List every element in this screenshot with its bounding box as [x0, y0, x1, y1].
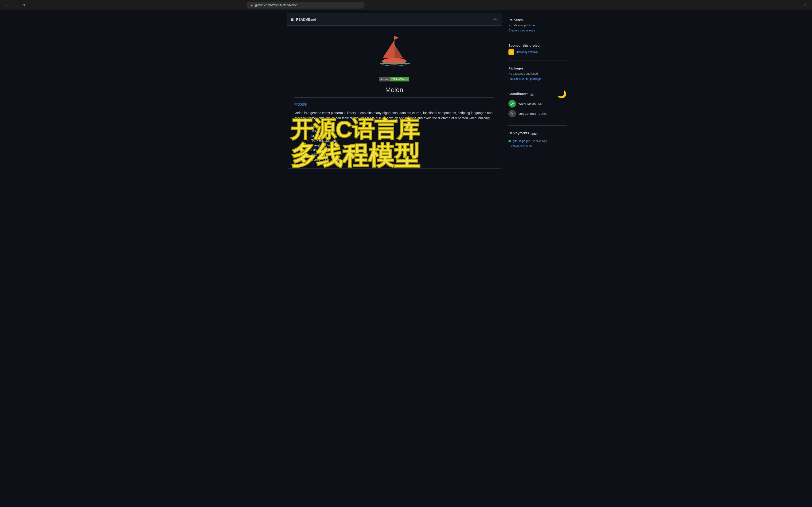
main-content: ☰ README.md ✏: [284, 10, 570, 507]
svg-marker-2: [383, 40, 394, 58]
contributor-displayname-2: VorgContract: [518, 112, 536, 115]
readme-header: ☰ README.md ✏: [287, 13, 502, 25]
contributors-title: Contributors: [508, 92, 528, 96]
sub-item-io-thread: I/O Thread: [307, 134, 494, 138]
readme-header-left: ☰ README.md: [291, 17, 316, 21]
forward-button[interactable]: →: [12, 2, 19, 8]
sub-item-scripting: Scripting Language: [307, 158, 494, 161]
mascot-emoji: 🌙: [557, 90, 567, 99]
sub-item-event: Event Mechanism: [307, 144, 494, 147]
license-badge-container: license BSD-3-Clause: [294, 77, 494, 81]
deployments-title: Deployments: [508, 131, 529, 135]
nav-buttons: ← → ↻: [4, 2, 27, 8]
deployment-time-1: 2 days ago: [533, 139, 547, 143]
boat-illustration: [294, 31, 494, 71]
description-paragraph: Melon is a generic cross-platform C libr…: [294, 110, 494, 121]
contributor-item-1[interactable]: W Water-Melon Nik: [508, 100, 567, 108]
sub-item-thread-pool: Thread Pool: [307, 129, 494, 133]
sub-item-memory-pool: Memory Pool: [307, 125, 494, 128]
deployments-section: Deployments 297 github-pages 2 days ago …: [508, 131, 567, 154]
browser-actions: ☆: [802, 2, 808, 8]
liberapay-icon: 💛: [509, 50, 513, 54]
left-sidebar: [242, 10, 284, 507]
packages-section: Packages No packages published Publish y…: [508, 66, 567, 87]
browser-chrome: ← → ↻ 🔒 github.com/Water-Melon/Melon ☆: [0, 0, 812, 10]
contributor-username-1: Nik: [538, 102, 543, 106]
boat-svg: [375, 31, 413, 71]
sub-item-http: HTTP Handling: [307, 153, 494, 157]
feature-item: Memory Pool Thread Pool I/O Thread TCP E…: [298, 125, 494, 161]
more-deployments-link[interactable]: + 296 deployments: [508, 145, 567, 148]
back-button[interactable]: ←: [4, 2, 10, 8]
no-packages-text: No packages published: [508, 72, 567, 75]
license-badge: license BSD-3-Clause: [379, 77, 410, 81]
bookmark-icon[interactable]: ☆: [802, 2, 808, 8]
releases-title: Releases: [508, 18, 567, 22]
svg-marker-1: [394, 36, 399, 40]
deployment-name-1[interactable]: github-pages: [513, 139, 530, 143]
top-divider: [508, 13, 567, 13]
edit-icon: ✏: [494, 17, 497, 21]
badge-license-value: BSD-3-Clause: [390, 77, 409, 81]
sub-feature-list: Memory Pool Thread Pool I/O Thread TCP E…: [307, 125, 494, 161]
deployments-header: Deployments 297: [508, 131, 567, 137]
chinese-description-link[interactable]: 中文说明: [294, 102, 494, 107]
url-text: github.com/Water-Melon/Melon: [255, 3, 297, 7]
create-release-link[interactable]: Create a new release: [508, 29, 535, 32]
releases-section: Releases No releases published Create a …: [508, 18, 567, 38]
packages-title: Packages: [508, 66, 567, 70]
readme-filename: README.md: [296, 17, 316, 21]
sponsor-title: Sponsor this project: [508, 44, 567, 47]
readme-list-icon: ☰: [291, 17, 294, 21]
edit-readme-button[interactable]: ✏: [493, 16, 498, 22]
badge-license-label: license: [379, 77, 390, 81]
svg-marker-3: [394, 44, 403, 58]
repo-title: Melon: [294, 86, 494, 98]
sponsor-section: Sponsor this project 💛 liberapay.com/Nik: [508, 44, 567, 61]
deployments-count: 297: [530, 133, 538, 135]
readme-section: ☰ README.md ✏: [284, 10, 505, 507]
publish-package-link[interactable]: Publish your first package: [508, 77, 541, 80]
sub-item-file: File Set: [307, 148, 494, 152]
contributor-displayname-1: Water-Melon: [518, 102, 536, 106]
sponsor-icon: 💛: [508, 49, 514, 55]
address-bar[interactable]: 🔒 github.com/Water-Melon/Melon: [247, 2, 364, 8]
readme-body: license BSD-3-Clause Melon 中文说明 Melon is…: [287, 25, 502, 169]
deploy-status-dot: [508, 140, 511, 142]
sponsor-item: 💛 liberapay.com/Nik: [508, 49, 567, 55]
contributor-item-2[interactable]: V VorgContract VORG: [508, 110, 567, 117]
feature-list: Memory Pool Thread Pool I/O Thread TCP E…: [298, 125, 494, 161]
lock-icon: 🔒: [250, 3, 253, 7]
sub-item-tcp: TCP Encapsulation: [307, 139, 494, 143]
refresh-button[interactable]: ↻: [21, 2, 27, 8]
contributor-username-2: VORG: [539, 112, 548, 115]
contributor-count: 3: [530, 94, 534, 96]
contributor-avatar-1: W: [508, 100, 516, 108]
right-sidebar: Releases No releases published Create a …: [505, 10, 570, 507]
no-releases-text: No releases published: [508, 24, 567, 27]
sponsor-link[interactable]: liberapay.com/Nik: [516, 50, 538, 54]
contributor-avatar-2: V: [508, 110, 516, 117]
deployment-item-1: github-pages 2 days ago: [508, 139, 567, 143]
contributors-section: Contributors 3 W Water-Melon Nik V VorgC…: [508, 92, 567, 125]
page-wrapper: ☰ README.md ✏: [242, 10, 570, 507]
